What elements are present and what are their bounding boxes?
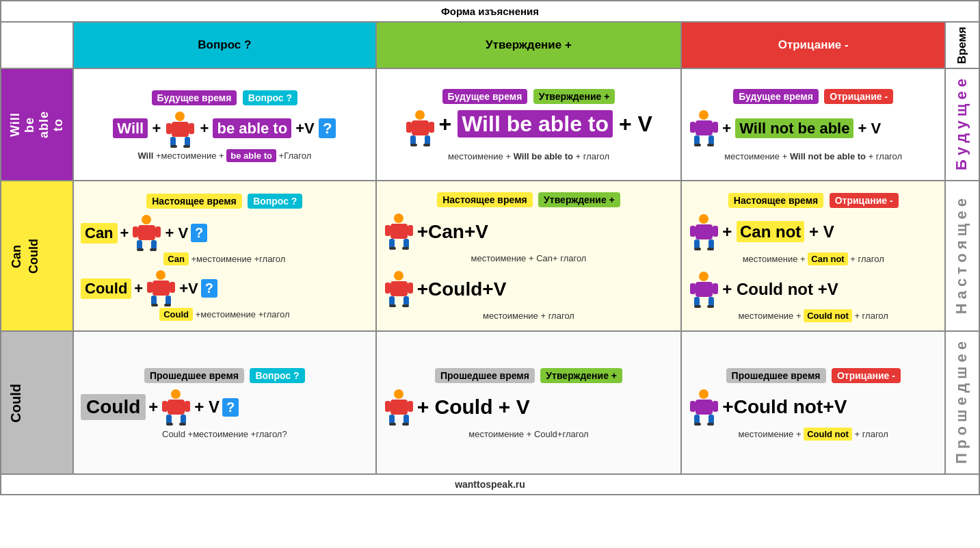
present-vopros-tense: Настоящее время bbox=[146, 194, 241, 209]
svg-rect-67 bbox=[708, 297, 714, 306]
svg-rect-78 bbox=[166, 423, 173, 426]
svg-point-48 bbox=[394, 271, 403, 280]
svg-rect-39 bbox=[164, 304, 171, 306]
past-utv-tense: Прошедшее время bbox=[435, 368, 535, 383]
row-label-can-could: CanCould bbox=[1, 181, 73, 331]
past-vopros-person-icon bbox=[161, 389, 191, 426]
svg-rect-91 bbox=[708, 415, 714, 424]
will-vremya-cell: Б у д у щ е е bbox=[945, 68, 979, 181]
will-otric-formula-row: + Will not be able + V bbox=[689, 109, 938, 147]
svg-rect-42 bbox=[389, 239, 395, 248]
present-otric-can-formula: + Can not + V bbox=[722, 222, 834, 242]
col-header-vremya: Время bbox=[945, 22, 979, 68]
will-vopros-tense: Будущее время bbox=[152, 90, 237, 105]
could-question: ? bbox=[201, 279, 217, 298]
past-otric-cell: Прошедшее время Отрицание - bbox=[681, 331, 945, 474]
svg-rect-54 bbox=[389, 304, 396, 307]
svg-rect-69 bbox=[713, 283, 718, 294]
can-word: Can bbox=[81, 223, 118, 244]
present-otric-person2-icon bbox=[689, 271, 719, 309]
svg-rect-19 bbox=[708, 135, 714, 145]
svg-rect-82 bbox=[389, 415, 395, 424]
svg-rect-46 bbox=[389, 247, 396, 250]
will-vopros-badges: Будущее время Вопрос ? bbox=[81, 89, 369, 107]
present-vopros-person2-icon bbox=[146, 270, 176, 307]
svg-rect-45 bbox=[408, 225, 413, 236]
svg-point-72 bbox=[171, 389, 181, 399]
present-utv-tense: Настоящее время bbox=[437, 192, 532, 207]
svg-rect-50 bbox=[389, 296, 395, 306]
present-utv-badges: Настоящее время Утверждение + bbox=[384, 191, 674, 209]
svg-rect-12 bbox=[406, 122, 412, 133]
be-able-to-sub: be able to bbox=[226, 149, 276, 162]
svg-rect-1 bbox=[172, 122, 189, 137]
present-utv-content: Настоящее время Утверждение + bbox=[381, 185, 677, 326]
row-label-could: Could bbox=[1, 331, 73, 474]
past-vopros-formula-row: Could + + V ? bbox=[81, 389, 369, 426]
present-utv-cell: Настоящее время Утверждение + bbox=[376, 181, 682, 331]
will-be-able-to-big: Will be able to bbox=[458, 110, 613, 138]
past-otric-person-icon bbox=[689, 389, 719, 426]
will-otric-type: Отрицание - bbox=[824, 89, 893, 104]
svg-rect-21 bbox=[713, 122, 718, 133]
present-otric-can-sub: местоимение + Can not + глагол bbox=[689, 254, 938, 264]
can-not-sub: Can not bbox=[808, 252, 847, 265]
svg-rect-61 bbox=[713, 226, 718, 237]
svg-rect-73 bbox=[168, 400, 185, 415]
past-otric-type: Отрицание - bbox=[832, 368, 901, 383]
past-utv-formula: + Could + V bbox=[417, 395, 530, 419]
svg-rect-34 bbox=[151, 296, 157, 305]
svg-rect-30 bbox=[137, 248, 144, 251]
be-able-to-word: be able to bbox=[213, 118, 291, 138]
present-utv-type: Утверждение + bbox=[538, 192, 620, 207]
present-utv-person1-icon bbox=[384, 213, 414, 250]
will-utv-content: Будущее время Утверждение + bbox=[381, 82, 677, 167]
past-otric-content: Прошедшее время Отрицание - bbox=[686, 361, 940, 445]
past-vopros-badges: Прошедшее время Вопрос ? bbox=[81, 367, 369, 384]
could-not-sub: Could not bbox=[804, 309, 852, 322]
svg-rect-33 bbox=[153, 280, 170, 296]
svg-rect-17 bbox=[696, 120, 713, 135]
svg-rect-18 bbox=[694, 135, 700, 145]
could-word-past: Could bbox=[81, 394, 146, 420]
svg-rect-68 bbox=[690, 283, 696, 294]
past-utv-formula-row: + Could + V bbox=[384, 389, 674, 426]
svg-rect-49 bbox=[390, 281, 408, 296]
will-utv-formula-text: + Will be able to + V bbox=[439, 110, 652, 138]
svg-rect-92 bbox=[690, 401, 696, 412]
svg-rect-29 bbox=[155, 226, 161, 237]
svg-point-16 bbox=[699, 110, 708, 120]
svg-rect-10 bbox=[410, 135, 416, 145]
svg-point-0 bbox=[175, 112, 185, 121]
will-utv-sub: местоимение + Will be able to + глагол bbox=[384, 151, 674, 161]
svg-rect-41 bbox=[390, 224, 408, 239]
svg-point-40 bbox=[394, 213, 403, 223]
svg-rect-44 bbox=[385, 225, 390, 236]
past-otric-badges: Прошедшее время Отрицание - bbox=[689, 367, 938, 384]
can-could-label: CanCould bbox=[5, 232, 45, 280]
svg-rect-76 bbox=[162, 401, 168, 412]
past-question: ? bbox=[222, 398, 239, 417]
svg-rect-55 bbox=[402, 304, 409, 307]
present-vopros-can-sub: Can +местоимение +глагол bbox=[81, 254, 369, 264]
past-utv-sub: местоимение + Could+глагол bbox=[384, 429, 674, 439]
svg-rect-2 bbox=[170, 137, 176, 146]
could-label: Could bbox=[5, 377, 27, 430]
row-label-will: Willbeableto bbox=[1, 68, 73, 181]
will-vopros-content: Будущее время Вопрос ? Will + bbox=[78, 83, 371, 166]
will-otric-person-icon bbox=[689, 109, 719, 147]
past-utv-type: Утверждение + bbox=[540, 368, 622, 383]
col-header-utv: Утверждение + bbox=[376, 22, 682, 68]
present-utv-can-sub: местоимение + Can+ глагол bbox=[384, 253, 674, 263]
col-header-vopros: Вопрос ? bbox=[73, 22, 376, 68]
svg-rect-5 bbox=[189, 123, 194, 134]
svg-point-8 bbox=[415, 110, 425, 120]
svg-rect-36 bbox=[147, 282, 153, 293]
svg-rect-60 bbox=[690, 226, 696, 237]
svg-rect-31 bbox=[150, 248, 157, 251]
svg-rect-37 bbox=[170, 282, 175, 293]
svg-rect-9 bbox=[412, 120, 429, 135]
svg-rect-4 bbox=[166, 123, 172, 134]
svg-rect-43 bbox=[403, 239, 409, 248]
present-utv-person2-icon bbox=[384, 270, 414, 308]
